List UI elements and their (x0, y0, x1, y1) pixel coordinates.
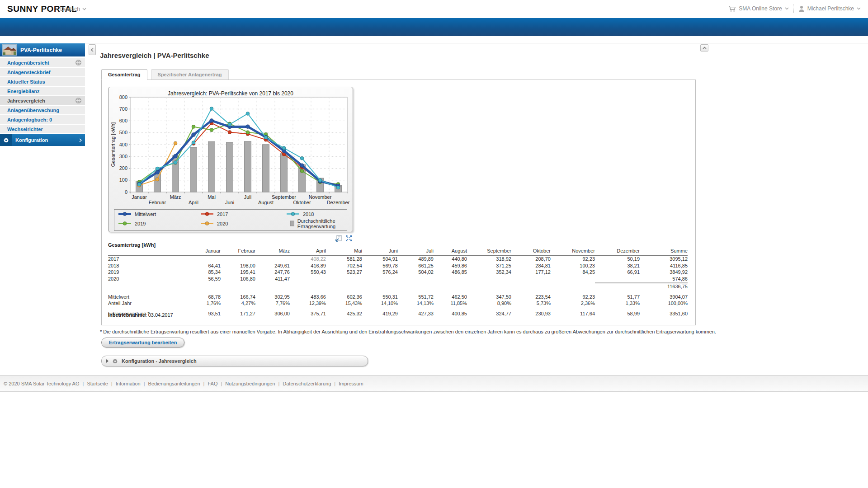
sidebar-item-label: Wechselrichter (7, 127, 43, 132)
svg-text:500: 500 (119, 130, 127, 135)
legend-item-2017: 2017 (200, 211, 286, 217)
sidebar-item-aktueller-status[interactable]: Aktueller Status (0, 77, 85, 86)
sidebar-item-anlagenlogbuch-0[interactable]: Anlagenlogbuch: 0 (0, 115, 85, 124)
legend-item-mittelwert: Mittelwert (118, 211, 200, 217)
user-icon (798, 5, 805, 12)
year-comparison-chart: 0100200300400500600700800JanuarFebruarMä… (109, 94, 350, 208)
legend-marker-icon (118, 221, 132, 226)
divider: | (334, 381, 335, 386)
grand-total-row: 11636,75 (108, 283, 688, 290)
chevron-down-icon (82, 8, 86, 10)
column-header: August (434, 248, 467, 256)
sma-online-store-menu[interactable]: SMA Online Store (728, 5, 788, 12)
store-label: SMA Online Store (739, 5, 782, 12)
table-heading: Gesamtertrag [kWh] (108, 242, 156, 248)
commissioning-info: Inbetriebnahme: 03.04.2017 (108, 312, 173, 318)
language-selector[interactable]: Deutsch (60, 6, 86, 12)
svg-text:800: 800 (119, 94, 127, 100)
footer-link-datenschutzerklärung[interactable]: Datenschutzerklärung (283, 381, 331, 386)
footer-link-faq[interactable]: FAQ (208, 381, 217, 386)
legend-label: Mittelwert (135, 211, 156, 217)
footer: © 2020 SMA Solar Technology AG|Startseit… (0, 375, 868, 392)
column-header: Dezember (595, 248, 640, 256)
column-header: September (467, 248, 511, 256)
footer-link-bedienungsanleitungen[interactable]: Bedienungsanleitungen (148, 381, 200, 386)
user-menu[interactable]: Michael Perlitschke (798, 5, 861, 12)
sidebar-item-label: Jahresvergleich (7, 98, 45, 103)
divider: | (278, 381, 279, 386)
footer-copyright: © 2020 SMA Solar Technology AG (4, 381, 80, 386)
svg-text:April: April (189, 200, 198, 205)
svg-text:März: März (170, 194, 181, 200)
chevron-up-icon (703, 47, 707, 49)
svg-text:Juli: Juli (244, 194, 252, 200)
divider: | (111, 381, 113, 386)
tab-bar: Gesamtertrag Spezifischer Anlagenertrag (101, 69, 229, 80)
sidebar-item-jahresvergleich[interactable]: Jahresvergleich (0, 96, 85, 105)
year-row-2017: 2017408,22581,28504,91489,89440,80318,92… (108, 256, 688, 263)
legend-label: 2018 (303, 211, 314, 217)
column-header: Summe (640, 248, 688, 256)
svg-text:Januar: Januar (132, 194, 147, 200)
chart-panel: Jahresvergleich: PVA-Perlitschke von 201… (108, 87, 353, 232)
legend-item-ertragserwartung: Durchschnittliche Ertragserwartung (286, 218, 343, 229)
globe-icon (75, 98, 81, 103)
legend-marker-icon (200, 221, 214, 226)
fullscreen-icon[interactable] (345, 235, 352, 242)
legend-label: 2020 (217, 221, 228, 226)
column-header: Oktober (511, 248, 551, 256)
column-header: Februar (221, 248, 255, 256)
legend-item-2020: 2020 (200, 218, 286, 229)
svg-text:700: 700 (119, 106, 127, 112)
page-title: Jahresvergleich | PVA-Perlitschke (100, 52, 209, 59)
footer-link-nutzungsbedingungen[interactable]: Nutzungsbedingungen (225, 381, 275, 386)
chevron-left-icon (91, 48, 94, 52)
tab-spezifischer-anlagenertrag[interactable]: Spezifischer Anlagenertrag (151, 69, 229, 80)
footnote: * Die durchschnittliche Ertragserwartung… (100, 329, 769, 334)
top-bar: SUNNY PORTAL Deutsch SMA Online Store Mi… (0, 0, 868, 18)
sidebar-item-label: Anlagensteckbrief (7, 70, 50, 75)
svg-text:Mai: Mai (208, 194, 216, 200)
spacer-row (108, 307, 688, 310)
edit-yield-expectation-button[interactable]: Ertragserwartung bearbeiten (101, 338, 184, 347)
legend-marker-icon (286, 211, 300, 216)
sidebar-item-energiebilanz[interactable]: Energiebilanz (0, 87, 85, 95)
config-panel-toggle[interactable]: Konfiguration - Jahresvergleich (101, 356, 368, 366)
user-name-label: Michael Perlitschke (807, 5, 854, 12)
anteil-jahr-row: Anteil Jahr1,76%4,27%7,76%12,39%15,43%14… (108, 300, 688, 307)
sidebar-item-wechselrichter[interactable]: Wechselrichter (0, 125, 85, 133)
divider: | (144, 381, 145, 386)
svg-text:0: 0 (125, 189, 127, 195)
commissioning-date: 03.04.2017 (148, 312, 173, 318)
year-row-2018: 201864,41198,00249,61416,89702,54569,786… (108, 263, 688, 269)
column-header: März (255, 248, 290, 256)
sidebar-collapse-button[interactable] (89, 44, 96, 55)
sidebar-item-anlagensteckbrief[interactable]: Anlagensteckbrief (0, 68, 85, 76)
column-header: Mai (326, 248, 362, 256)
export-chart-icon[interactable] (335, 235, 342, 242)
sidebar-menu: AnlagenübersichtAnlagensteckbriefAktuell… (0, 58, 85, 133)
plant-header[interactable]: PVA-Perlitschke (0, 43, 85, 56)
cart-icon (728, 5, 736, 12)
legend-label: 2017 (217, 211, 228, 217)
sidebar-item-anlagenüberwachung[interactable]: Anlagenüberwachung (0, 106, 85, 114)
year-row-2020: 202056,59106,80411,47574,86 (108, 276, 688, 283)
tab-panel: Jahresvergleich: PVA-Perlitschke von 201… (101, 80, 696, 325)
sidebar-item-konfiguration[interactable]: Konfiguration (0, 134, 85, 146)
legend-label: Durchschnittliche Ertragserwartung (297, 218, 343, 229)
sidebar-item-anlagenübersicht[interactable]: Anlagenübersicht (0, 58, 85, 67)
globe-icon (75, 60, 81, 66)
footer-link-startseite[interactable]: Startseite (87, 381, 108, 386)
footer-link-impressum[interactable]: Impressum (339, 381, 363, 386)
svg-text:100: 100 (119, 177, 127, 183)
legend-item-2018: 2018 (286, 211, 343, 217)
language-label: Deutsch (60, 6, 80, 12)
scroll-top-button[interactable] (700, 44, 708, 52)
footer-link-information[interactable]: Information (116, 381, 141, 386)
svg-text:200: 200 (119, 165, 127, 171)
legend-marker-icon (200, 211, 214, 216)
tab-gesamtertrag[interactable]: Gesamtertrag (101, 69, 147, 80)
chart-toolbar (108, 235, 352, 242)
legend-bar-icon (286, 221, 294, 226)
svg-text:Gesamtertrag [kWh]: Gesamtertrag [kWh] (110, 122, 116, 167)
